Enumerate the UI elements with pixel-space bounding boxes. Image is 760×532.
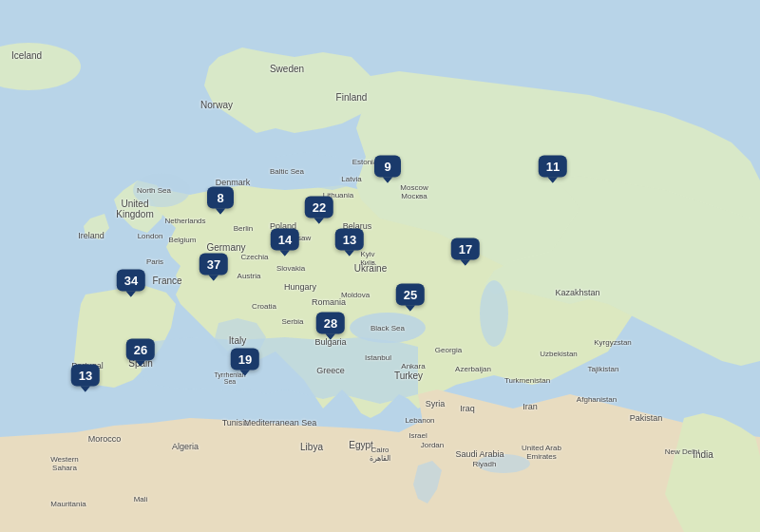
marker-romania[interactable]: 28 [316,313,345,334]
marker-italy[interactable]: 19 [231,349,259,370]
marker-portugal[interactable]: 13 [71,365,100,387]
marker-germany[interactable]: 37 [200,254,228,276]
marker-russia-center[interactable]: 17 [451,238,480,260]
marker-estonia[interactable]: 9 [374,156,401,178]
marker-denmark[interactable]: 8 [207,187,234,209]
svg-point-12 [133,173,190,207]
marker-poland[interactable]: 14 [271,229,299,251]
marker-ukraine[interactable]: 25 [396,284,425,306]
marker-spain[interactable]: 26 [126,339,155,361]
marker-russia-west[interactable]: 11 [539,156,567,178]
svg-point-19 [477,454,530,473]
marker-belarus[interactable]: 13 [335,229,364,251]
marker-lithuania[interactable]: 22 [305,197,333,218]
map-container: IcelandSwedenNorwayFinlandUnited Kingdom… [0,0,760,532]
marker-france[interactable]: 34 [117,270,145,292]
svg-point-15 [480,280,508,347]
